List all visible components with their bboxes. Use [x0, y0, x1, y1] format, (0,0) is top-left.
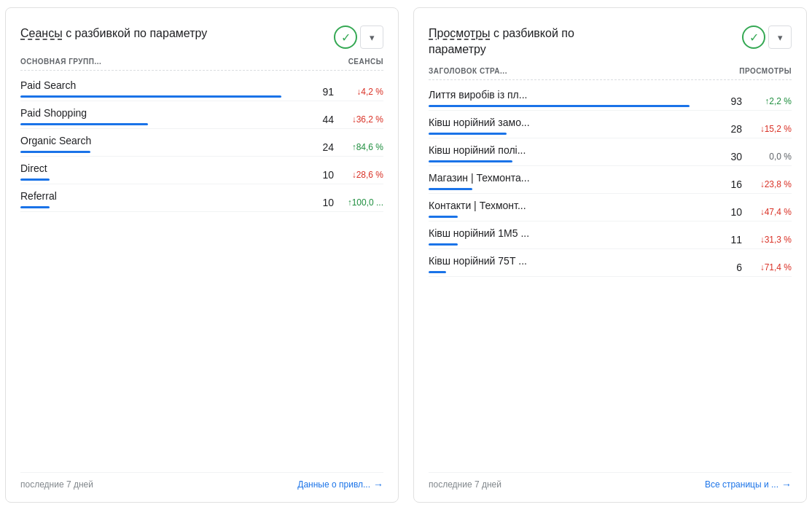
right-col-header-left: ЗАГОЛОВОК СТРА...: [429, 67, 507, 75]
row-bar-4: [20, 206, 50, 208]
left-col-headers: ОСНОВНАЯ ГРУПП... СЕАНСЫ: [20, 58, 383, 71]
left-table-row[interactable]: Referral 10 ↑100,0 ...: [20, 184, 383, 212]
right-table-row[interactable]: Лиття виробів із пл... 93 ↑2,2 %: [429, 83, 792, 111]
row-value-1: 44: [313, 114, 334, 125]
right-row-left-1: Ківш норійний замо...: [429, 117, 719, 135]
right-row-right-1: 28 ↓15,2 %: [719, 123, 792, 135]
right-row-left-5: Ківш норійний 1М5 ...: [429, 227, 719, 246]
row-label-1: Paid Shopping: [20, 107, 311, 119]
right-row-value-4: 10: [722, 206, 742, 218]
right-row-label-6: Ківш норійний 75Т ...: [429, 255, 719, 267]
left-col-header-right: СЕАНСЫ: [348, 58, 383, 66]
left-footer-link[interactable]: Данные о привл... →: [297, 479, 383, 490]
row-change-2: ↑84,6 %: [340, 142, 383, 152]
row-right-4: 10 ↑100,0 ...: [311, 197, 383, 208]
right-row-right-6: 6 ↓71,4 %: [719, 262, 792, 273]
right-row-change-6: ↓71,4 %: [748, 262, 792, 272]
right-table-row[interactable]: Ківш норійний полі... 30 0,0 %: [429, 138, 792, 166]
right-footer-period: последние 7 дней: [429, 479, 501, 490]
right-table-row[interactable]: Ківш норійний 1М5 ... 11 ↓31,3 %: [429, 221, 792, 249]
right-row-bar-2: [429, 160, 512, 162]
left-panel-footer: последние 7 дней Данные о привл... →: [20, 472, 383, 490]
right-footer-link[interactable]: Все страницы и ... →: [705, 479, 792, 490]
right-row-change-1: ↓15,2 %: [748, 124, 792, 134]
right-row-value-0: 93: [722, 95, 742, 107]
right-row-bar-0: [429, 105, 690, 107]
left-table-row[interactable]: Paid Shopping 44 ↓36,2 %: [20, 101, 383, 129]
right-row-bar-3: [429, 188, 472, 190]
row-right-2: 24 ↑84,6 %: [311, 141, 383, 153]
row-label-2: Organic Search: [20, 135, 311, 146]
left-dropdown-button[interactable]: ▾: [360, 26, 383, 49]
right-panel-title: Просмотры с разбивкой по параметру: [429, 26, 633, 58]
right-row-right-0: 93 ↑2,2 %: [719, 95, 792, 107]
left-header-controls: ✓ ▾: [334, 26, 383, 49]
right-table-row[interactable]: Контакти | Техмонт... 10 ↓47,4 %: [429, 194, 792, 221]
row-right-1: 44 ↓36,2 %: [311, 114, 383, 125]
right-row-left-6: Ківш норійний 75Т ...: [429, 255, 719, 273]
right-row-left-0: Лиття виробів із пл...: [429, 89, 719, 107]
row-label-4: Referral: [20, 190, 311, 202]
row-change-0: ↓4,2 %: [340, 87, 383, 97]
right-row-change-3: ↓23,8 %: [748, 179, 792, 189]
right-row-right-4: 10 ↓47,4 %: [719, 206, 792, 218]
left-table-row[interactable]: Direct 10 ↓28,6 %: [20, 157, 383, 184]
left-title-text1: Сеансы: [20, 27, 63, 39]
row-left-1: Paid Shopping: [20, 107, 311, 125]
right-row-right-3: 16 ↓23,8 %: [719, 178, 792, 190]
right-row-value-3: 16: [722, 178, 742, 190]
row-bar-1: [20, 123, 148, 125]
row-change-1: ↓36,2 %: [340, 114, 383, 125]
right-title-text1: Просмотры: [429, 27, 491, 39]
row-label-0: Paid Search: [20, 79, 311, 91]
left-check-icon[interactable]: ✓: [334, 26, 357, 49]
right-arrow-icon: →: [781, 479, 792, 490]
right-row-left-4: Контакти | Техмонт...: [429, 200, 719, 218]
row-bar-0: [20, 95, 281, 98]
right-row-bar-5: [429, 243, 458, 246]
right-row-bar-6: [429, 271, 446, 273]
row-change-3: ↓28,6 %: [340, 170, 383, 180]
row-right-3: 10 ↓28,6 %: [311, 169, 383, 181]
right-row-label-5: Ківш норійний 1М5 ...: [429, 227, 719, 239]
right-col-header-right: ПРОСМОТРЫ: [739, 67, 792, 75]
right-table-row[interactable]: Ківш норійний замо... 28 ↓15,2 %: [429, 111, 792, 138]
right-row-label-2: Ківш норійний полі...: [429, 144, 719, 156]
right-row-right-2: 30 0,0 %: [719, 151, 792, 162]
left-table-row[interactable]: Organic Search 24 ↑84,6 %: [20, 129, 383, 157]
right-row-change-0: ↑2,2 %: [748, 96, 792, 106]
row-left-0: Paid Search: [20, 79, 311, 98]
right-col-headers: ЗАГОЛОВОК СТРА... ПРОСМОТРЫ: [429, 67, 792, 80]
right-row-bar-1: [429, 133, 507, 135]
left-footer-period: последние 7 дней: [20, 479, 93, 490]
row-value-2: 24: [313, 141, 334, 153]
right-data-list: Лиття виробів із пл... 93 ↑2,2 % Ківш но…: [429, 83, 792, 463]
row-left-2: Organic Search: [20, 135, 311, 153]
left-data-list: Paid Search 91 ↓4,2 % Paid Shopping 44 ↓…: [20, 74, 383, 463]
row-value-3: 10: [313, 169, 334, 181]
right-table-row[interactable]: Магазин | Техмонта... 16 ↓23,8 %: [429, 166, 792, 194]
row-change-4: ↑100,0 ...: [340, 197, 383, 208]
row-label-3: Direct: [20, 162, 311, 174]
right-row-label-3: Магазин | Техмонта...: [429, 172, 719, 184]
row-right-0: 91 ↓4,2 %: [311, 86, 383, 98]
row-left-3: Direct: [20, 162, 311, 181]
row-value-0: 91: [313, 86, 334, 98]
right-table-row[interactable]: Ківш норійний 75Т ... 6 ↓71,4 %: [429, 249, 792, 277]
right-dropdown-button[interactable]: ▾: [768, 26, 792, 49]
right-row-bar-4: [429, 216, 458, 218]
right-header-controls: ✓ ▾: [742, 26, 792, 49]
right-row-change-4: ↓47,4 %: [748, 207, 792, 217]
left-title-text2: с разбивкой по параметру: [63, 27, 208, 39]
right-row-label-0: Лиття виробів із пл...: [429, 89, 719, 101]
right-panel: Просмотры с разбивкой по параметру ✓ ▾ З…: [413, 7, 807, 503]
row-value-4: 10: [313, 197, 334, 208]
left-table-row[interactable]: Paid Search 91 ↓4,2 %: [20, 74, 383, 101]
left-col-header-left: ОСНОВНАЯ ГРУПП...: [20, 58, 101, 66]
right-row-right-5: 11 ↓31,3 %: [719, 234, 792, 246]
right-panel-footer: последние 7 дней Все страницы и ... →: [429, 472, 792, 490]
right-check-icon[interactable]: ✓: [742, 26, 765, 49]
right-row-left-3: Магазин | Техмонта...: [429, 172, 719, 190]
right-row-label-1: Ківш норійний замо...: [429, 117, 719, 128]
right-panel-header: Просмотры с разбивкой по параметру ✓ ▾: [429, 26, 792, 58]
